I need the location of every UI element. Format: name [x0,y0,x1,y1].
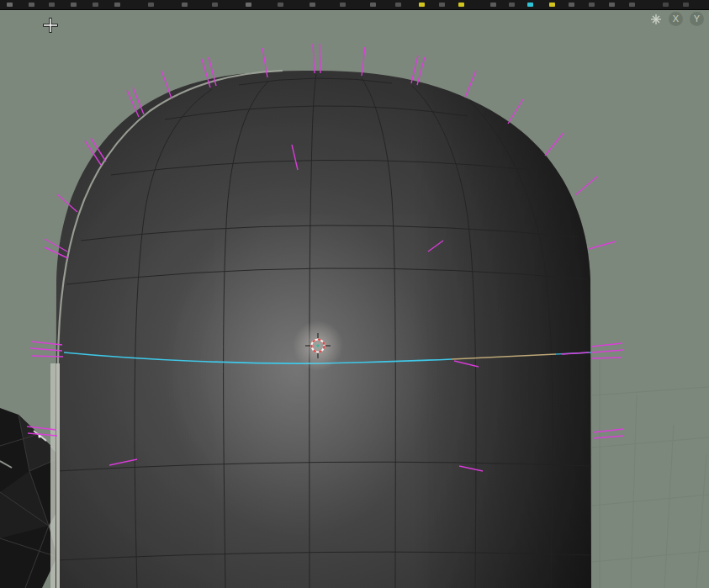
toolbar-icon[interactable] [683,3,689,7]
toolbar-icon[interactable] [609,3,615,7]
toolbar-icon[interactable] [395,3,401,7]
toolbar-icon[interactable] [340,3,346,7]
toggle-yellow-icon[interactable] [419,3,425,7]
toolbar-icon[interactable] [629,3,635,7]
viewport-canvas[interactable] [0,0,709,588]
toolbar-icon[interactable] [490,3,496,7]
toolbar-icon[interactable] [589,3,595,7]
header-icon-strip [0,0,709,10]
toolbar-icon[interactable] [182,3,188,7]
toolbar-icon[interactable] [439,3,445,7]
toggle-yellow-icon[interactable] [549,3,555,7]
toolbar-icon[interactable] [93,3,98,7]
toolbar-icon[interactable] [49,3,55,7]
toolbar-icon[interactable] [569,3,574,7]
toolbar-icon[interactable] [310,3,315,7]
toggle-yellow-icon[interactable] [458,3,464,7]
toolbar-icon[interactable] [246,3,251,7]
toggle-cyan-icon[interactable] [527,3,533,7]
toolbar-icon[interactable] [29,3,34,7]
mesh-specular [164,202,433,538]
axis-x-button[interactable]: X [669,12,683,26]
toolbar-icon[interactable] [148,3,154,7]
3d-cursor [293,320,343,371]
axis-y-button[interactable]: Y [690,12,704,26]
toolbar-icon[interactable] [114,3,120,7]
toolbar-icon[interactable] [663,3,669,7]
navigation-gizmo: X Y [650,12,704,26]
toolbar-icon[interactable] [278,3,283,7]
toolbar-icon[interactable] [509,3,515,7]
toolbar-icon[interactable] [370,3,376,7]
menu-icon[interactable] [7,3,13,7]
toolbar-icon[interactable] [71,3,77,7]
blender-3d-viewport[interactable]: X Y [0,0,709,588]
gizmo-icon[interactable] [650,13,662,25]
toolbar-icon[interactable] [212,3,218,7]
